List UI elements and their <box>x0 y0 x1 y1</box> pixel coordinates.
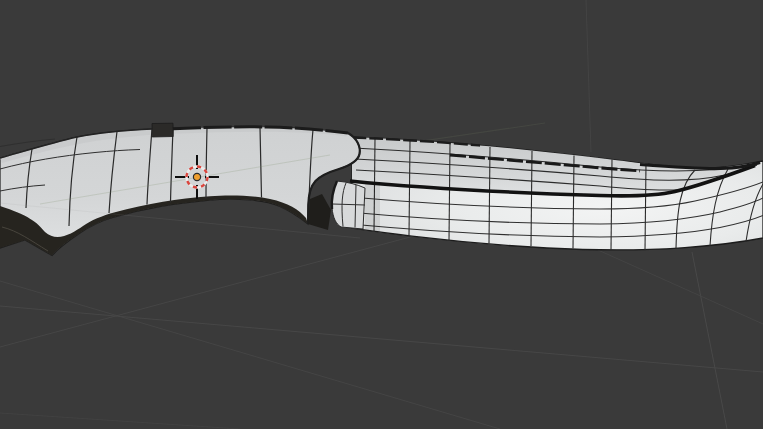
blade-ricasso-shadow <box>365 182 380 232</box>
origin-dot <box>193 173 200 180</box>
viewport-canvas[interactable] <box>0 0 763 429</box>
3d-viewport[interactable] <box>0 0 763 429</box>
handle-top-notch <box>152 123 173 137</box>
